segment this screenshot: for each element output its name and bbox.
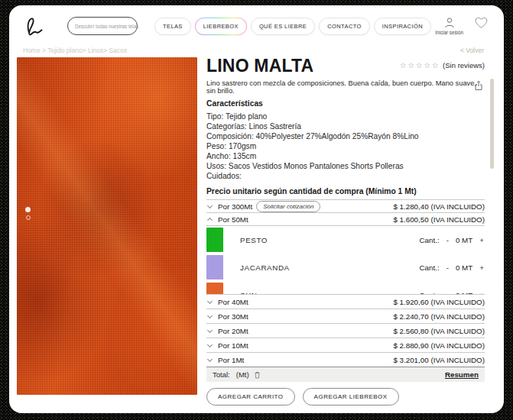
decrement-button[interactable]: - — [446, 291, 450, 295]
characteristics-title: Características — [206, 99, 485, 108]
characteristic-ancho: Ancho: 135cm — [206, 151, 485, 161]
total-unit: (Mt) — [236, 370, 249, 379]
share-icon — [474, 80, 483, 91]
tier-row-10mt[interactable]: Por 10Mt $ 2.880,90 (IVA INCLUIDO) — [206, 338, 485, 352]
chevron-down-icon — [207, 356, 213, 361]
tier-row-30mt[interactable]: Por 30Mt $ 2.240,70 (IVA INCLUIDO) — [206, 309, 485, 323]
user-icon — [443, 17, 456, 29]
wishlist-button[interactable] — [474, 16, 489, 32]
characteristics-list: Tipo: Tejido plano Categorías: Linos Sas… — [206, 111, 485, 181]
color-swatch-jacaranda[interactable] — [206, 255, 223, 279]
brand-logo-icon[interactable] — [23, 15, 44, 37]
tier-label: Por 40Mt — [218, 298, 248, 306]
tier-row-40mt[interactable]: Por 40Mt $ 1.920,60 (IVA INCLUIDO) — [206, 294, 485, 309]
characteristic-usos: Usos: Sacos Vestidos Monos Pantalones Sh… — [206, 161, 485, 171]
scrollbar-thumb[interactable] — [490, 79, 494, 169]
tier-label: Por 50Mt — [218, 215, 248, 224]
tier-label: Por 1Mt — [218, 356, 244, 364]
quantity-label: Cant.: — [420, 236, 440, 244]
quantity-label: Cant.: — [420, 291, 440, 295]
quantity-stepper: Cant.: - 0 MT + — [420, 263, 485, 272]
tier-price: $ 1.600,50 (IVA INCLUIDO) — [393, 215, 485, 224]
rating: ☆☆☆☆☆ (Sin reviews) — [400, 61, 485, 69]
tier-label: Por 30Mt — [218, 312, 248, 321]
breadcrumb-row: Home > Tejido plano> Linos> Sacos < Volv… — [9, 37, 504, 54]
tier-row-20mt[interactable]: Por 20Mt $ 2.560,80 (IVA INCLUIDO) — [206, 323, 485, 338]
nav-item-telas[interactable]: TELAS — [154, 18, 191, 35]
quantity-value: 0 MT — [456, 263, 472, 272]
quantity-label: Cant.: — [420, 263, 440, 272]
carousel-dot-inactive[interactable] — [26, 215, 31, 220]
star-rating-icons: ☆☆☆☆☆ — [400, 61, 440, 69]
chevron-down-icon — [207, 298, 213, 303]
chevron-up-icon — [207, 217, 213, 222]
color-row-jacaranda: JACARANDA Cant.: - 0 MT + — [206, 254, 485, 281]
summary-link[interactable]: Resumen — [445, 370, 479, 379]
nav-item-contacto[interactable]: CONTACTO — [319, 18, 370, 35]
increment-button[interactable]: + — [479, 236, 485, 244]
tier-row-1mt[interactable]: Por 1Mt $ 3.201,00 (IVA INCLUIDO) — [206, 352, 485, 367]
add-to-cart-button[interactable]: AGREGAR CARRITO — [206, 388, 295, 405]
total-label: Total: — [213, 370, 230, 379]
trash-icon — [254, 371, 261, 379]
color-name: SUN — [240, 291, 258, 295]
characteristic-composicion: Composición: 40%Polyester 27%Algodón 25%… — [206, 131, 485, 141]
heart-icon — [474, 16, 489, 29]
action-buttons: AGREGAR CARRITO AGREGAR LIEBREBOX — [206, 388, 485, 405]
share-button[interactable] — [474, 80, 483, 94]
characteristic-tipo: Tipo: Tejido plano — [206, 111, 485, 121]
quantity-stepper: Cant.: - 0 MT + — [420, 291, 485, 295]
chevron-down-icon — [207, 341, 213, 347]
chevron-down-icon — [207, 202, 213, 208]
add-to-liebrebox-button[interactable]: AGREGAR LIEBREBOX — [303, 388, 399, 405]
store-page-card: Descubrí todas nuestras telas TELAS LIEB… — [9, 5, 504, 413]
carousel-dot-active[interactable] — [25, 207, 31, 212]
color-row-pesto: PESTO Cant.: - 0 MT + — [206, 226, 485, 254]
tier-price: $ 2.560,80 (IVA INCLUIDO) — [393, 327, 485, 335]
tier-label: Por 300Mt — [218, 202, 252, 211]
increment-button[interactable]: + — [479, 263, 485, 272]
color-name: PESTO — [240, 236, 268, 244]
product-details: LINO MALTA ☆☆☆☆☆ (Sin reviews) Lino sast… — [206, 53, 485, 405]
decrement-button[interactable]: - — [446, 263, 450, 272]
pricing-title: Precio unitario según cantidad de compra… — [206, 187, 485, 195]
tier-label: Por 10Mt — [218, 341, 248, 350]
tier-price: $ 3.201,00 (IVA INCLUIDO) — [393, 356, 485, 364]
image-carousel-dots — [25, 207, 31, 220]
tier-row-50mt[interactable]: Por 50Mt $ 1.600,50 (IVA INCLUIDO) — [206, 212, 485, 225]
quantity-value: 0 MT — [456, 291, 472, 295]
tier-price: $ 1.920,60 (IVA INCLUIDO) — [393, 298, 485, 306]
tier-row-300mt[interactable]: Por 300Mt Solicitar cotización $ 1.280,4… — [206, 199, 485, 212]
tier-price: $ 2.240,70 (IVA INCLUIDO) — [393, 312, 485, 321]
quantity-value: 0 MT — [456, 236, 472, 244]
product-image[interactable] — [17, 57, 197, 395]
characteristic-peso: Peso: 170gsm — [206, 141, 485, 151]
login-label: Iniciar sesión — [435, 30, 463, 35]
tier-label: Por 20Mt — [218, 327, 248, 335]
search-input[interactable]: Descubrí todas nuestras telas — [67, 17, 138, 35]
nav-item-inspiracion[interactable]: INSPIRACIÓN — [374, 18, 431, 35]
login-button[interactable]: Iniciar sesión — [435, 17, 463, 35]
color-swatch-pesto[interactable] — [206, 228, 223, 252]
main-nav: TELAS LIEBREBOX QUÉ ES LIEBRE CONTACTO I… — [154, 18, 431, 35]
pricing-tiers: Por 300Mt Solicitar cotización $ 1.280,4… — [206, 199, 485, 367]
decrement-button[interactable]: - — [446, 236, 450, 244]
clear-selection-button[interactable] — [254, 371, 261, 379]
breadcrumb[interactable]: Home > Tejido plano> Linos> Sacos — [23, 47, 127, 54]
request-quote-button[interactable]: Solicitar cotización — [256, 201, 320, 212]
color-swatch-sun[interactable] — [206, 283, 223, 294]
characteristic-cuidados: Cuidados: — [206, 171, 485, 181]
color-variant-list: PESTO Cant.: - 0 MT + JACARANDA Cant.: — [206, 225, 485, 294]
tier-price: $ 1.280,40 (IVA INCLUIDO) — [393, 202, 485, 211]
quantity-stepper: Cant.: - 0 MT + — [420, 236, 485, 244]
title-row: LINO MALTA ☆☆☆☆☆ (Sin reviews) — [206, 57, 485, 76]
chevron-down-icon — [207, 312, 213, 318]
nav-item-que-es-liebre[interactable]: QUÉ ES LIEBRE — [251, 18, 315, 35]
tier-price: $ 2.880,90 (IVA INCLUIDO) — [393, 341, 485, 350]
increment-button[interactable]: + — [479, 291, 485, 295]
nav-item-liebrebox[interactable]: LIEBREBOX — [195, 18, 247, 35]
chevron-down-icon — [207, 327, 213, 332]
characteristic-categorias: Categorías: Linos Sastrería — [206, 121, 485, 131]
reviews-label: (Sin reviews) — [443, 61, 485, 69]
color-row-sun: SUN Cant.: - 0 MT + — [206, 281, 485, 294]
